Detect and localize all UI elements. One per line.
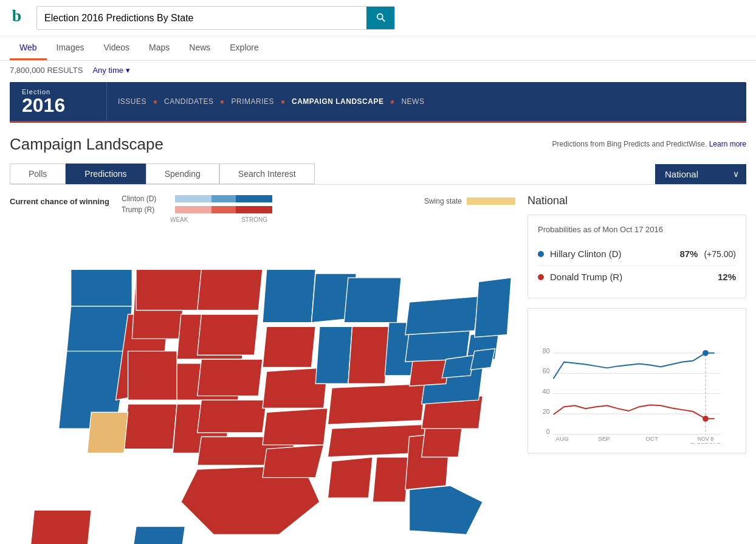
time-filter[interactable]: Any time ▾: [92, 66, 130, 75]
legend-detail: Clinton (D) Trump (R): [122, 195, 412, 223]
learn-more-link[interactable]: Learn more: [709, 140, 746, 148]
trump-name: Donald Trump (R): [550, 272, 712, 282]
map-area: Current chance of winning Clinton (D) Tr…: [10, 195, 515, 544]
search-input[interactable]: [37, 7, 366, 29]
sidebar: National Probabilities as of Mon Oct 17 …: [527, 195, 746, 544]
trump-bar: [175, 206, 272, 213]
svg-marker-26: [344, 278, 401, 323]
tab-polls[interactable]: Polls: [10, 164, 66, 184]
svg-marker-40: [405, 297, 479, 335]
winning-label: Current chance of winning: [10, 195, 109, 206]
campaign-title: Campaign Landscape: [10, 135, 163, 154]
campaign-section: Campaign Landscape Predictions from Bing…: [0, 125, 756, 544]
svg-text:80: 80: [543, 347, 550, 354]
predictions-source: Predictions from Bing Predicts and Predi…: [552, 140, 746, 148]
search-button[interactable]: [366, 7, 394, 29]
election-year-num: 2016: [22, 95, 94, 115]
svg-marker-44: [470, 349, 495, 370]
svg-point-60: [703, 416, 709, 422]
svg-marker-29: [328, 384, 425, 424]
tab-news[interactable]: News: [179, 36, 220, 60]
svg-text:OCT: OCT: [645, 435, 658, 442]
svg-marker-46: [30, 510, 92, 544]
star-4: ★: [390, 98, 395, 105]
hillary-row: Hillary Clinton (D) 87% (+75.00): [538, 243, 736, 266]
election-nav-issues[interactable]: ISSUES: [112, 86, 153, 117]
source-text: Predictions from Bing Predicts and Predi…: [552, 140, 707, 148]
tab-videos[interactable]: Videos: [94, 36, 139, 60]
clinton-legend-name: Clinton (D): [122, 195, 170, 203]
election-banner: Election 2016 ISSUES ★ CANDIDATES ★ PRIM…: [10, 82, 746, 123]
trump-pct: 12%: [718, 272, 736, 282]
svg-marker-3: [67, 306, 132, 351]
svg-text:40: 40: [543, 388, 550, 395]
svg-text:b: b: [12, 7, 21, 25]
national-dropdown[interactable]: National: [655, 164, 746, 184]
search-icon: [375, 12, 386, 22]
bing-logo: b: [10, 7, 29, 29]
svg-text:0: 0: [546, 428, 550, 435]
svg-text:60: 60: [543, 367, 550, 374]
tab-predictions[interactable]: Predictions: [66, 164, 145, 184]
trump-dot: [538, 274, 544, 280]
svg-marker-23: [263, 445, 324, 478]
trump-line: [553, 405, 714, 419]
svg-marker-47: [132, 526, 185, 544]
svg-text:20: 20: [543, 408, 550, 415]
main-content: Current chance of winning Clinton (D) Tr…: [10, 195, 746, 544]
hillary-line: [553, 353, 714, 379]
trump-row: Donald Trump (R) 12%: [538, 266, 736, 288]
us-map-container: [10, 233, 515, 544]
hillary-name: Hillary Clinton (D): [550, 249, 673, 259]
star-1: ★: [153, 98, 158, 105]
election-nav-candidates[interactable]: CANDIDATES: [158, 86, 219, 117]
hillary-pct: 87%: [679, 249, 698, 259]
svg-marker-42: [475, 278, 511, 337]
tab-maps[interactable]: Maps: [139, 36, 179, 60]
election-nav-primaries[interactable]: PRIMARIES: [225, 86, 280, 117]
tab-spending[interactable]: Spending: [146, 164, 219, 184]
hillary-change: (+75.00): [704, 249, 736, 259]
prob-date: Probabilities as of Mon Oct 17 2016: [538, 225, 736, 234]
election-nav-landscape[interactable]: CAMPAIGN LANDSCAPE: [286, 86, 390, 117]
election-nav-news[interactable]: NEWS: [395, 86, 430, 117]
us-map: [10, 233, 515, 544]
svg-marker-14: [198, 314, 259, 355]
election-logo: Election 2016: [10, 82, 107, 121]
svg-marker-35: [422, 424, 462, 457]
svg-text:SEP: SEP: [598, 435, 610, 442]
svg-marker-31: [328, 457, 373, 498]
svg-marker-16: [198, 400, 267, 433]
tab-images[interactable]: Images: [47, 36, 94, 60]
svg-marker-32: [373, 457, 409, 502]
weak-label: WEAK: [170, 216, 188, 223]
nav-tabs: Web Images Videos Maps News Explore: [0, 36, 756, 61]
svg-marker-13: [198, 269, 263, 310]
svg-marker-20: [263, 326, 315, 367]
trump-legend-row: Trump (R): [122, 205, 412, 214]
tab-search-interest[interactable]: Search Interest: [219, 164, 315, 184]
svg-text:NOV 8: NOV 8: [698, 436, 714, 442]
swing-label: Swing state: [424, 197, 462, 205]
svg-point-59: [703, 350, 709, 356]
strong-label: STRONG: [241, 216, 267, 223]
svg-marker-10: [128, 351, 177, 401]
search-bar: b: [0, 0, 756, 36]
result-count: 7,800,000 RESULTS: [10, 66, 83, 75]
svg-text:AUG: AUG: [556, 435, 569, 442]
svg-marker-11: [124, 404, 177, 449]
campaign-header: Campaign Landscape Predictions from Bing…: [10, 135, 746, 154]
svg-marker-25: [315, 326, 352, 384]
chart-svg: 0 20 40 60 80: [535, 316, 738, 444]
results-info: 7,800,000 RESULTS Any time ▾: [0, 61, 756, 80]
tab-explore[interactable]: Explore: [220, 36, 268, 60]
winning-legend: Current chance of winning Clinton (D) Tr…: [10, 195, 515, 223]
tab-web[interactable]: Web: [10, 36, 47, 60]
probability-card: Probabilities as of Mon Oct 17 2016 Hill…: [527, 215, 746, 298]
svg-marker-2: [71, 269, 132, 306]
clinton-legend-row: Clinton (D): [122, 195, 412, 203]
election-nav: ISSUES ★ CANDIDATES ★ PRIMARIES ★ CAMPAI…: [107, 82, 746, 121]
trump-legend-name: Trump (R): [122, 205, 170, 214]
search-input-wrap: [36, 6, 395, 30]
svg-marker-15: [198, 359, 263, 396]
